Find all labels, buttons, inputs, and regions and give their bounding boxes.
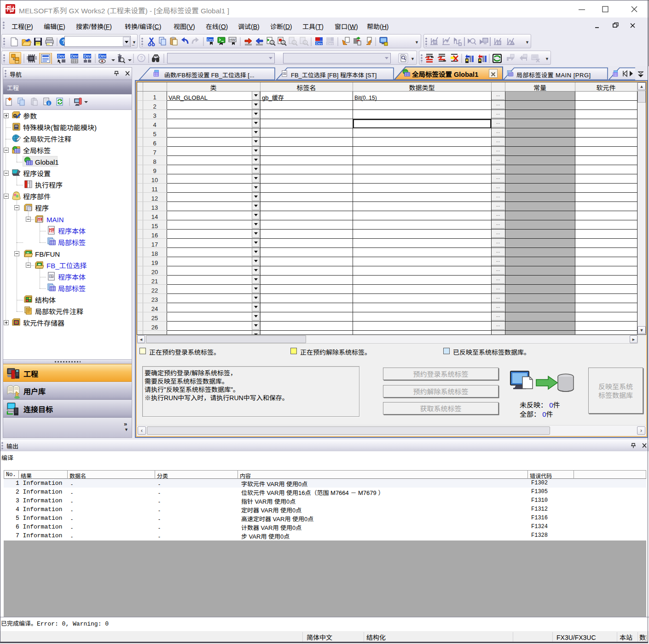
svg-text:i: i bbox=[48, 101, 50, 106]
svg-text:Dev: Dev bbox=[99, 54, 106, 58]
svg-text:Dev: Dev bbox=[327, 41, 333, 46]
svg-text:Dev: Dev bbox=[316, 41, 322, 46]
svg-text:Dev: Dev bbox=[58, 54, 65, 58]
svg-text:Dev: Dev bbox=[84, 54, 91, 58]
svg-text:Dev: Dev bbox=[71, 54, 78, 58]
svg-text:HW: HW bbox=[229, 38, 236, 42]
svg-text:Dev: Dev bbox=[207, 38, 213, 42]
svg-text:?: ? bbox=[140, 55, 143, 61]
